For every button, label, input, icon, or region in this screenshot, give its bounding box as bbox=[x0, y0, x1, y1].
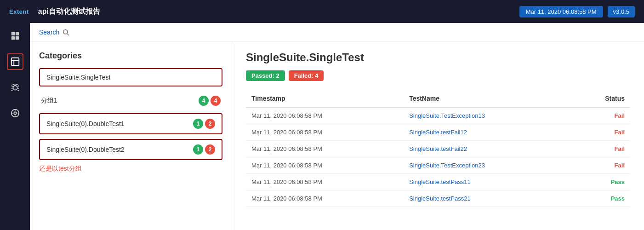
svg-rect-2 bbox=[11, 36, 14, 40]
page-title: api自动化测试报告 bbox=[38, 7, 519, 17]
cell-timestamp: Mar 11, 2020 06:08:58 PM bbox=[246, 124, 404, 141]
group-row: 分组1 4 4 bbox=[39, 91, 222, 110]
sidebar bbox=[0, 23, 30, 230]
cell-status: Pass bbox=[571, 190, 630, 207]
svg-point-7 bbox=[13, 86, 17, 90]
table-row: Mar 11, 2020 06:08:58 PMSingleSuite.test… bbox=[246, 190, 630, 207]
svg-rect-0 bbox=[11, 32, 14, 35]
suite-title: SingleSuite.SingleTest bbox=[246, 51, 630, 64]
cell-testname[interactable]: SingleSuite.testFail22 bbox=[404, 141, 571, 157]
header: Extent api自动化测试报告 Mar 11, 2020 06:08:58 … bbox=[0, 0, 644, 23]
item-label: SingleSuite.SingleTest bbox=[46, 74, 110, 81]
pass-badge: 4 bbox=[199, 96, 209, 106]
svg-point-15 bbox=[14, 112, 17, 115]
fail-badge: 4 bbox=[211, 96, 221, 106]
cell-testname[interactable]: SingleSuite.testFail12 bbox=[404, 124, 571, 141]
cell-timestamp: Mar 11, 2020 06:08:58 PM bbox=[246, 174, 404, 190]
table-row: Mar 11, 2020 06:08:58 PMSingleSuite.Test… bbox=[246, 157, 630, 174]
badge-group: 1 2 bbox=[193, 119, 215, 129]
category-icon[interactable] bbox=[7, 53, 23, 70]
svg-line-12 bbox=[11, 90, 12, 91]
content-area: Search Categories SingleSuite.SingleTest… bbox=[30, 23, 644, 230]
list-item[interactable]: SingleSuite(0).DoubleTest1 1 2 bbox=[39, 113, 222, 134]
badge-group: 1 2 bbox=[193, 144, 215, 155]
cell-status: Fail bbox=[571, 141, 630, 157]
settings-icon[interactable] bbox=[7, 105, 23, 121]
pass-badge: 1 bbox=[193, 144, 203, 155]
fail-badge: 2 bbox=[205, 144, 215, 155]
right-panel: SingleSuite.SingleTest Passed: 2 Failed:… bbox=[232, 42, 644, 230]
status-badges: Passed: 2 Failed: 4 bbox=[246, 70, 630, 81]
left-panel: Categories SingleSuite.SingleTest 分组1 4 … bbox=[30, 42, 232, 230]
search-label: Search bbox=[39, 29, 59, 36]
cell-timestamp: Mar 11, 2020 06:08:58 PM bbox=[246, 141, 404, 157]
svg-line-22 bbox=[67, 34, 69, 35]
svg-rect-1 bbox=[15, 32, 18, 35]
cell-status: Pass bbox=[571, 174, 630, 190]
col-timestamp: Timestamp bbox=[246, 90, 404, 107]
timestamp-badge: Mar 11, 2020 06:08:58 PM bbox=[519, 6, 603, 17]
col-testname: TestName bbox=[404, 90, 571, 107]
brand-label: Extent bbox=[9, 8, 29, 15]
table-row: Mar 11, 2020 06:08:58 PMSingleSuite.Test… bbox=[246, 107, 630, 124]
table-row: Mar 11, 2020 06:08:58 PMSingleSuite.test… bbox=[246, 124, 630, 141]
cell-testname[interactable]: SingleSuite.TestException23 bbox=[404, 157, 571, 174]
cell-testname[interactable]: SingleSuite.testPass21 bbox=[404, 190, 571, 207]
svg-line-9 bbox=[17, 86, 19, 86]
list-item[interactable]: SingleSuite.SingleTest bbox=[39, 68, 222, 86]
cell-timestamp: Mar 11, 2020 06:08:58 PM bbox=[246, 157, 404, 174]
bug-icon[interactable] bbox=[7, 79, 23, 96]
svg-point-21 bbox=[63, 30, 68, 34]
svg-rect-3 bbox=[15, 36, 18, 40]
cell-testname[interactable]: SingleSuite.testPass11 bbox=[404, 174, 571, 190]
svg-line-8 bbox=[11, 86, 12, 86]
cell-status: Fail bbox=[571, 157, 630, 174]
search-icon[interactable] bbox=[62, 29, 69, 36]
item-label: SingleSuite(0).DoubleTest1 bbox=[46, 120, 125, 127]
dashboard-icon[interactable] bbox=[7, 28, 23, 44]
test-table: Timestamp TestName Status Mar 11, 2020 0… bbox=[246, 90, 630, 207]
table-row: Mar 11, 2020 06:08:58 PMSingleSuite.test… bbox=[246, 174, 630, 190]
badge-group: 4 4 bbox=[199, 96, 221, 106]
main-layout: Search Categories SingleSuite.SingleTest… bbox=[0, 23, 644, 230]
categories-title: Categories bbox=[39, 51, 222, 61]
table-row: Mar 11, 2020 06:08:58 PMSingleSuite.test… bbox=[246, 141, 630, 157]
item-label: SingleSuite(0).DoubleTest2 bbox=[46, 146, 125, 153]
cell-testname[interactable]: SingleSuite.TestException13 bbox=[404, 107, 571, 124]
cell-status: Fail bbox=[571, 124, 630, 141]
cell-timestamp: Mar 11, 2020 06:08:58 PM bbox=[246, 190, 404, 207]
pass-badge: 1 bbox=[193, 119, 203, 129]
cell-status: Fail bbox=[571, 107, 630, 124]
failed-badge: Failed: 4 bbox=[289, 70, 324, 81]
panels: Categories SingleSuite.SingleTest 分组1 4 … bbox=[30, 42, 644, 230]
svg-line-13 bbox=[17, 90, 19, 91]
group-link[interactable]: 还是以test分组 bbox=[39, 165, 222, 173]
search-bar: Search bbox=[30, 23, 644, 42]
col-status: Status bbox=[571, 90, 630, 107]
version-badge: v3.0.5 bbox=[608, 6, 635, 17]
cell-timestamp: Mar 11, 2020 06:08:58 PM bbox=[246, 107, 404, 124]
list-item[interactable]: SingleSuite(0).DoubleTest2 1 2 bbox=[39, 139, 222, 160]
group-label: 分组1 bbox=[41, 97, 57, 105]
fail-badge: 2 bbox=[205, 119, 215, 129]
svg-rect-4 bbox=[11, 58, 19, 66]
passed-badge: Passed: 2 bbox=[246, 70, 285, 81]
